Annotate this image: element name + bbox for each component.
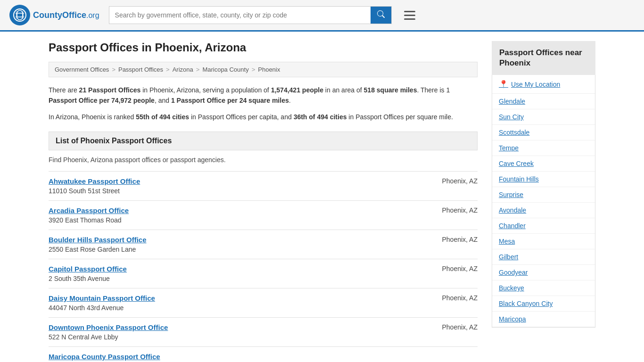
page-title: Passport Offices in Phoenix, Arizona (49, 41, 478, 54)
nearby-city-link[interactable]: Cave Creek (492, 156, 595, 172)
hamburger-line (404, 18, 415, 20)
office-name-link[interactable]: Downtown Phoenix Passport Office (49, 323, 168, 331)
office-row: Boulder Hills Passport Office 2550 East … (49, 236, 478, 253)
office-name-link[interactable]: Boulder Hills Passport Office (49, 236, 147, 244)
office-city: Phoenix, AZ (442, 265, 478, 272)
logo-icon (9, 5, 30, 25)
breadcrumb-link-county[interactable]: Maricopa County (202, 66, 248, 73)
breadcrumb-link-state[interactable]: Arizona (173, 66, 193, 73)
office-row: Maricopa County Passport Office (49, 353, 478, 362)
office-item: Boulder Hills Passport Office 2550 East … (49, 230, 478, 259)
nearby-city-link[interactable]: Fountain Hills (492, 172, 595, 187)
sidebar-content: 📍 Use My Location GlendaleSun CityScotts… (492, 75, 595, 328)
use-location-button[interactable]: 📍 Use My Location (492, 75, 595, 94)
list-description: Find Phoenix, Arizona passport offices o… (49, 156, 478, 164)
office-count-label: Passport Offices (88, 86, 140, 94)
rank-capita: 55th of 494 cities (136, 113, 189, 121)
nearby-city-link[interactable]: Maricopa (492, 312, 595, 327)
sidebar: Passport Offices near Phoenix 📍 Use My L… (492, 41, 595, 362)
office-count: 21 (79, 86, 87, 94)
office-city: Phoenix, AZ (442, 206, 478, 214)
use-location-label: Use My Location (511, 81, 560, 88)
office-info: Boulder Hills Passport Office 2550 East … (49, 236, 147, 253)
office-info: Capitol Passport Office 2 South 35th Ave… (49, 265, 127, 282)
nearby-city-link[interactable]: Mesa (492, 234, 595, 249)
search-bar (109, 6, 392, 24)
office-address: 2550 East Rose Garden Lane (49, 246, 136, 253)
breadcrumb-sep: > (252, 66, 256, 73)
breadcrumb-sep: > (112, 66, 116, 73)
breadcrumb-sep: > (196, 66, 200, 73)
office-name-link[interactable]: Maricopa County Passport Office (49, 353, 160, 361)
office-info: Maricopa County Passport Office (49, 353, 160, 362)
city-state: Phoenix, Arizona (149, 86, 199, 94)
office-item: Daisy Mountain Passport Office 44047 Nor… (49, 288, 478, 317)
site-header: CountyOffice.org (0, 0, 644, 32)
breadcrumb-link-city[interactable]: Phoenix (258, 66, 280, 73)
nearby-city-link[interactable]: Glendale (492, 94, 595, 109)
office-info: Daisy Mountain Passport Office 44047 Nor… (49, 294, 155, 312)
nearby-city-link[interactable]: Goodyear (492, 265, 595, 280)
nearby-city-link[interactable]: Sun City (492, 109, 595, 125)
population: 1,574,421 (271, 86, 300, 94)
hamburger-line (404, 11, 415, 12)
ranking-paragraph: In Arizona, Phoenix is ranked 55th of 49… (49, 112, 478, 122)
office-city: Phoenix, AZ (442, 323, 478, 331)
office-item: Ahwatukee Passport Office 11010 South 51… (49, 171, 478, 200)
nearby-city-link[interactable]: Surprise (492, 187, 595, 203)
hamburger-line (404, 15, 415, 16)
logo-link[interactable]: CountyOffice.org (9, 5, 99, 25)
office-city: Phoenix, AZ (442, 177, 478, 185)
office-info: Downtown Phoenix Passport Office 522 N C… (49, 323, 168, 341)
content-area: Passport Offices in Phoenix, Arizona Gov… (49, 41, 478, 362)
stats-paragraph: There are 21 Passport Offices in Phoenix… (49, 85, 478, 106)
office-address: 522 N Central Ave Lbby (49, 333, 118, 341)
search-input[interactable] (109, 7, 371, 24)
office-address: 2 South 35th Avenue (49, 275, 110, 282)
office-item: Maricopa County Passport Office (49, 346, 478, 362)
office-list: Ahwatukee Passport Office 11010 South 51… (49, 171, 478, 362)
sidebar-title: Passport Offices near Phoenix (492, 41, 595, 75)
office-row: Capitol Passport Office 2 South 35th Ave… (49, 265, 478, 282)
nearby-cities-list: GlendaleSun CityScottsdaleTempeCave Cree… (492, 94, 595, 327)
nearby-city-link[interactable]: Scottsdale (492, 125, 595, 140)
office-address: 3920 East Thomas Road (49, 216, 122, 224)
hamburger-menu-button[interactable] (401, 8, 418, 23)
search-button[interactable] (371, 7, 391, 24)
office-row: Daisy Mountain Passport Office 44047 Nor… (49, 294, 478, 312)
nearby-city-link[interactable]: Buckeye (492, 280, 595, 296)
nearby-city-link[interactable]: Tempe (492, 140, 595, 156)
office-row: Ahwatukee Passport Office 11010 South 51… (49, 177, 478, 195)
office-name-link[interactable]: Capitol Passport Office (49, 265, 127, 273)
office-name-link[interactable]: Arcadia Passport Office (49, 206, 129, 214)
office-row: Arcadia Passport Office 3920 East Thomas… (49, 206, 478, 224)
office-city: Phoenix, AZ (442, 294, 478, 302)
rank-sqmile: 36th of 494 cities (294, 113, 347, 121)
breadcrumb-sep: > (166, 66, 170, 73)
nearby-city-link[interactable]: Avondale (492, 203, 595, 218)
office-address: 44047 North 43rd Avenue (49, 304, 124, 312)
office-item: Arcadia Passport Office 3920 East Thomas… (49, 200, 478, 230)
breadcrumb-link-passport[interactable]: Passport Offices (118, 66, 163, 73)
office-address: 11010 South 51st Street (49, 187, 120, 195)
office-info: Ahwatukee Passport Office 11010 South 51… (49, 177, 140, 195)
office-name-link[interactable]: Daisy Mountain Passport Office (49, 294, 155, 302)
nearby-city-link[interactable]: Black Canyon City (492, 296, 595, 312)
location-pin-icon: 📍 (499, 80, 508, 89)
main-container: Passport Offices in Phoenix, Arizona Gov… (39, 32, 605, 362)
office-name-link[interactable]: Ahwatukee Passport Office (49, 177, 140, 185)
office-info: Arcadia Passport Office 3920 East Thomas… (49, 206, 129, 224)
svg-point-0 (14, 9, 26, 21)
breadcrumb-link-gov[interactable]: Government Offices (55, 66, 109, 73)
office-row: Downtown Phoenix Passport Office 522 N C… (49, 323, 478, 341)
list-header: List of Phoenix Passport Offices (49, 132, 478, 150)
breadcrumb: Government Offices > Passport Offices > … (49, 62, 478, 77)
office-item: Downtown Phoenix Passport Office 522 N C… (49, 317, 478, 346)
logo-text: CountyOffice.org (33, 10, 99, 20)
office-city: Phoenix, AZ (442, 236, 478, 243)
area: 518 square miles (364, 86, 417, 94)
nearby-city-link[interactable]: Gilbert (492, 249, 595, 265)
office-item: Capitol Passport Office 2 South 35th Ave… (49, 259, 478, 288)
nearby-city-link[interactable]: Chandler (492, 218, 595, 234)
